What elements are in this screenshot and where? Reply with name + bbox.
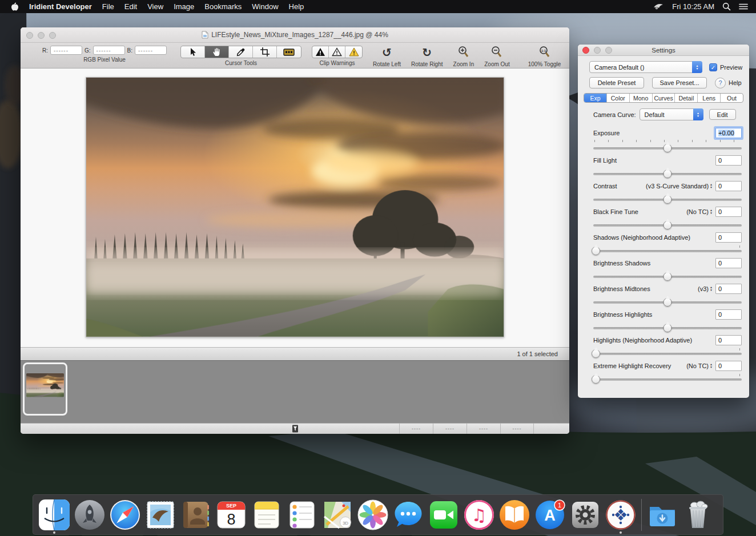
- r-value-field[interactable]: ------: [50, 46, 82, 55]
- extreme-highlight-mode-selector[interactable]: (No TC)▲▼: [686, 362, 713, 369]
- b-value-field[interactable]: ------: [135, 46, 167, 55]
- dock-downloads-icon[interactable]: [645, 494, 680, 535]
- settings-close-button[interactable]: [582, 47, 589, 54]
- close-button[interactable]: [26, 32, 33, 39]
- photo-canvas[interactable]: [86, 77, 504, 337]
- fill-light-slider[interactable]: [593, 173, 742, 175]
- shadow-clip-warning-icon[interactable]: [312, 46, 329, 58]
- brightness-midtones-value-field[interactable]: 0: [715, 284, 742, 294]
- apple-menu[interactable]: [6, 0, 24, 13]
- shadows-slider[interactable]: [593, 250, 742, 252]
- brightness-highlights-slider[interactable]: [593, 327, 742, 329]
- dock-iridient-developer-icon[interactable]: ❖: [603, 494, 638, 535]
- help-button[interactable]: ?: [715, 78, 726, 88]
- dock-finder-icon[interactable]: [37, 494, 72, 535]
- slider-thumb[interactable]: [663, 272, 672, 281]
- save-preset-button[interactable]: Save Preset...: [652, 77, 707, 88]
- tab-detail[interactable]: Detail: [675, 94, 698, 102]
- settings-zoom-button[interactable]: [605, 47, 612, 54]
- crop-tool-icon[interactable]: [253, 46, 277, 58]
- thumbnail-selected[interactable]: [23, 362, 67, 416]
- dock-launchpad-icon[interactable]: [72, 494, 107, 535]
- black-fine-tune-slider[interactable]: [593, 224, 742, 227]
- dock-notes-icon[interactable]: [249, 494, 284, 535]
- tab-lens[interactable]: Lens: [698, 94, 721, 102]
- zoom-in-button[interactable]: Zoom In: [453, 46, 474, 67]
- notification-center-icon[interactable]: [739, 3, 748, 10]
- brightness-shadows-value-field[interactable]: 0: [715, 258, 742, 268]
- contrast-value-field[interactable]: 0: [715, 181, 742, 191]
- fill-light-value-field[interactable]: 0: [715, 155, 742, 166]
- slider-thumb[interactable]: [592, 375, 600, 384]
- menu-file[interactable]: File: [97, 0, 119, 13]
- exposure-slider[interactable]: [593, 147, 742, 150]
- dock-system-preferences-icon[interactable]: [568, 494, 603, 535]
- dock-calendar-icon[interactable]: SEP8: [214, 494, 249, 535]
- dock-photos-icon[interactable]: [355, 494, 391, 535]
- brightness-highlights-value-field[interactable]: 0: [715, 309, 742, 320]
- spotlight-icon[interactable]: [722, 2, 731, 11]
- tab-curves[interactable]: Curves: [653, 94, 675, 102]
- menu-help[interactable]: Help: [284, 0, 309, 13]
- dock-messages-icon[interactable]: [391, 494, 426, 535]
- keyboard-tool-icon[interactable]: [277, 46, 301, 58]
- eyedropper-tool-icon[interactable]: [229, 46, 253, 58]
- dock-mail-icon[interactable]: [143, 494, 178, 535]
- slider-thumb[interactable]: [592, 349, 600, 358]
- brightness-midtones-mode-selector[interactable]: (v3)▲▼: [698, 285, 713, 292]
- menu-window[interactable]: Window: [247, 0, 283, 13]
- dock-contacts-icon[interactable]: [178, 494, 214, 535]
- tab-mono[interactable]: Mono: [630, 94, 653, 102]
- minimize-button[interactable]: [38, 32, 45, 39]
- zoom-out-button[interactable]: Zoom Out: [484, 46, 509, 67]
- settings-title-bar[interactable]: Settings: [578, 45, 749, 56]
- exposure-value-field[interactable]: +0.00: [715, 128, 742, 138]
- tab-exp[interactable]: Exp: [584, 94, 607, 102]
- filter-button[interactable]: [292, 425, 298, 433]
- settings-minimize-button[interactable]: [594, 47, 601, 54]
- slider-thumb[interactable]: [663, 324, 672, 332]
- dock-trash-icon[interactable]: [680, 494, 715, 535]
- tab-out[interactable]: Out: [721, 94, 743, 102]
- menu-view[interactable]: View: [142, 0, 168, 13]
- menu-clock[interactable]: Fri 10:25 AM: [672, 2, 714, 11]
- highlights-slider[interactable]: [593, 353, 742, 355]
- shadows-value-field[interactable]: 0: [715, 232, 742, 243]
- menu-image[interactable]: Image: [168, 0, 199, 13]
- tab-color[interactable]: Color: [607, 94, 630, 102]
- rotate-left-button[interactable]: ↺ Rotate Left: [373, 46, 401, 67]
- slider-thumb[interactable]: [663, 170, 672, 178]
- g-value-field[interactable]: ------: [93, 46, 125, 55]
- menu-app-name[interactable]: Iridient Developer: [24, 0, 97, 13]
- black-fine-tune-value-field[interactable]: 0: [715, 207, 742, 217]
- edit-curve-button[interactable]: Edit: [709, 109, 736, 120]
- preview-checkbox[interactable]: ✓: [709, 63, 717, 71]
- highlight-clip-warning-icon[interactable]: [345, 46, 362, 58]
- zoom-button[interactable]: [49, 32, 56, 39]
- slider-thumb[interactable]: [663, 195, 672, 204]
- contrast-slider[interactable]: [593, 199, 742, 201]
- brightness-shadows-slider[interactable]: [593, 276, 742, 278]
- slider-thumb[interactable]: [663, 144, 672, 152]
- slider-thumb[interactable]: [663, 298, 672, 307]
- extreme-highlight-value-field[interactable]: 0: [715, 361, 742, 371]
- hand-tool-icon[interactable]: [205, 46, 229, 58]
- slider-thumb[interactable]: [592, 247, 600, 255]
- extreme-highlight-slider[interactable]: [593, 378, 742, 381]
- 100-toggle-button[interactable]: 1:1 100% Toggle: [528, 46, 561, 67]
- rotate-right-button[interactable]: ↻ Rotate Right: [411, 46, 443, 67]
- highlights-value-field[interactable]: 0: [715, 335, 742, 345]
- window-title-bar[interactable]: LIFEstyle_News_MiXture_Images_1287__446.…: [21, 27, 569, 43]
- delete-preset-button[interactable]: Delete Preset: [589, 77, 644, 88]
- slider-thumb[interactable]: [663, 221, 672, 229]
- dock-app-store-icon[interactable]: A1: [532, 494, 568, 535]
- contrast-mode-selector[interactable]: (v3 S-Curve Standard)▲▼: [646, 183, 713, 190]
- dock-itunes-icon[interactable]: ♫: [461, 494, 497, 535]
- camera-curve-dropdown[interactable]: Default ▲▼: [640, 108, 703, 120]
- dock-ibooks-icon[interactable]: [497, 494, 532, 535]
- dock-reminders-icon[interactable]: [284, 494, 320, 535]
- menubar-extra-icon[interactable]: [653, 3, 664, 11]
- brightness-midtones-slider[interactable]: [593, 301, 742, 304]
- arrow-tool-icon[interactable]: [181, 46, 205, 58]
- menu-edit[interactable]: Edit: [119, 0, 142, 13]
